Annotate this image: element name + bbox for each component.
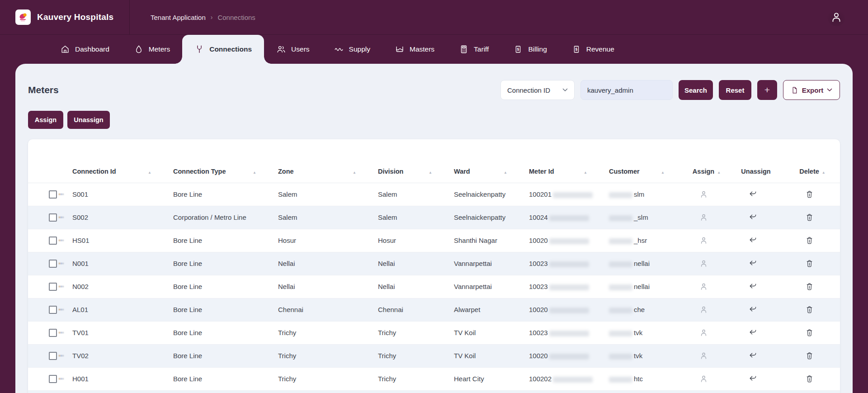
cell-customer: tvk [603,344,680,367]
inbox-icon [395,44,405,54]
row-checkbox[interactable] [49,352,57,360]
row-dots [59,309,60,310]
assign-user-icon[interactable] [699,259,708,268]
unassign-undo-icon[interactable] [749,282,757,291]
assign-user-icon[interactable] [699,236,708,245]
assign-user-icon[interactable] [699,305,708,314]
table-body: S001 Bore Line Salem Salem Seelnaickenpa… [28,183,840,393]
tab-masters[interactable]: Masters [382,35,447,64]
tab-billing[interactable]: $ Billing [501,35,559,64]
redacted-meter-id [553,192,593,198]
cell-division: Trichy [372,321,448,344]
sort-icon[interactable] [253,168,256,175]
tab-connections[interactable]: Connections [182,35,264,64]
cell-division: Salem [372,183,448,206]
cell-meter-id: 10023 [523,275,603,298]
delete-trash-icon[interactable] [805,213,814,222]
sort-icon[interactable] [429,168,432,175]
assign-user-icon[interactable] [699,351,708,360]
unassign-undo-icon[interactable] [749,236,757,245]
delete-trash-icon[interactable] [805,236,814,245]
col-delete[interactable]: Delete [778,160,840,183]
col-assign[interactable]: Assign [680,160,727,183]
col-connection-type[interactable]: Connection Type [167,160,272,183]
delete-trash-icon[interactable] [805,328,814,337]
filter-select[interactable]: Connection ID [500,80,575,100]
assign-user-icon[interactable] [699,328,708,337]
row-checkbox[interactable] [49,213,57,222]
tab-tariff[interactable]: Tariff [447,35,501,64]
row-checkbox[interactable] [49,260,57,268]
cell-zone: Trichy [272,344,372,367]
redacted-customer [609,284,632,290]
row-checkbox[interactable] [49,306,57,314]
sort-icon[interactable] [353,168,356,175]
wave-icon [334,44,344,54]
sort-icon[interactable] [717,168,721,175]
tab-users[interactable]: Users [264,35,321,64]
row-checkbox[interactable] [49,190,57,199]
unassign-undo-icon[interactable] [749,190,757,199]
tab-revenue[interactable]: $ Revenue [559,35,627,64]
cell-connection-type [167,390,272,393]
row-dots [59,332,60,333]
breadcrumb-parent[interactable]: Tenant Application [151,14,206,21]
col-customer[interactable]: Customer [603,160,680,183]
unassign-button[interactable]: Unassign [67,111,110,129]
row-checkbox[interactable] [49,375,57,383]
unassign-undo-icon[interactable] [749,351,757,360]
unassign-undo-icon[interactable] [749,213,757,222]
delete-trash-icon[interactable] [805,190,814,199]
row-checkbox[interactable] [49,283,57,291]
unassign-undo-icon[interactable] [749,374,757,383]
unassign-undo-icon[interactable] [749,305,757,314]
cell-meter-id: 10020 [523,344,603,367]
cell-connection-id: AL01 [66,298,167,321]
cell-division: Chennai [372,298,448,321]
tab-label: Billing [528,45,547,53]
tab-supply[interactable]: Supply [322,35,382,64]
export-button[interactable]: Export [783,80,840,100]
sort-icon[interactable] [504,168,507,175]
delete-trash-icon[interactable] [805,259,814,268]
delete-trash-icon[interactable] [805,351,814,360]
search-button[interactable]: Search [679,80,713,100]
col-connection-id[interactable]: Connection Id [66,160,167,183]
cell-customer: tvk [603,321,680,344]
assign-user-icon[interactable] [699,374,708,383]
sort-icon[interactable] [661,168,665,175]
unassign-undo-icon[interactable] [749,328,757,337]
tab-dashboard[interactable]: Dashboard [48,35,122,64]
delete-trash-icon[interactable] [805,305,814,314]
tab-label: Masters [410,45,434,53]
reset-button[interactable]: Reset [719,80,751,100]
sort-icon[interactable] [148,168,151,175]
col-division[interactable]: Division [372,160,448,183]
col-ward[interactable]: Ward [448,160,523,183]
cell-meter-id: 10023 [523,252,603,275]
assign-user-icon[interactable] [699,190,708,199]
delete-trash-icon[interactable] [805,374,814,383]
add-button[interactable]: + [757,80,777,100]
user-profile-icon[interactable] [827,8,845,26]
assign-button[interactable]: Assign [28,111,63,129]
unassign-undo-icon[interactable] [749,259,757,268]
col-meter-id[interactable]: Meter Id [523,160,603,183]
redacted-meter-id [549,331,589,336]
cell-ward [448,390,523,393]
sort-icon[interactable] [584,168,587,175]
row-checkbox[interactable] [49,237,57,245]
tab-meters[interactable]: Meters [122,35,182,64]
breadcrumb-separator-icon: › [211,14,213,21]
delete-trash-icon[interactable] [805,282,814,291]
cell-division: Hosur [372,229,448,252]
search-input[interactable] [580,80,673,100]
redacted-customer [609,261,632,267]
sort-icon[interactable] [822,168,826,175]
row-checkbox[interactable] [49,329,57,337]
row-dots [59,217,60,218]
col-zone[interactable]: Zone [272,160,372,183]
assign-user-icon[interactable] [699,282,708,291]
cell-customer: che [603,298,680,321]
assign-user-icon[interactable] [699,213,708,222]
